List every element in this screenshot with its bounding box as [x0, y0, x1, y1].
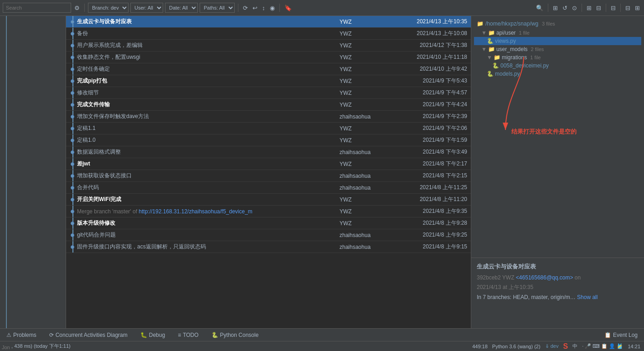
commit-dot	[71, 56, 74, 59]
bookmark-icon-btn[interactable]: 🔖	[283, 4, 293, 12]
search-input[interactable]	[3, 3, 71, 13]
search2-icon-btn[interactable]: 🔍	[535, 4, 545, 12]
settings-icon-btn[interactable]: ⚙	[73, 4, 81, 12]
user-selector[interactable]: User: All	[130, 3, 163, 13]
commit-date-cell: 2021/4/9 下午5:43	[385, 77, 467, 85]
commit-author-cell: YWZ	[340, 78, 385, 84]
table-row[interactable]: 增加文件保存时触发dave方法zhaihsaohua2021/4/9 下午2:3…	[66, 111, 471, 123]
table-row[interactable]: 增加获取设备状态接口zhaihsaohua2021/4/8 下午2:15	[66, 170, 471, 182]
event-log-icon: 📋	[604, 332, 611, 338]
py-icon-views: 🐍	[487, 38, 494, 44]
refresh-icon-btn[interactable]: ⟳	[242, 4, 249, 12]
table-row[interactable]: 数据返回格式调整zhaihsaohua2021/4/8 下午3:49	[66, 146, 471, 158]
table-row[interactable]: 固件升级接口内容实现，acs返回解析，只返回状态码zhaihsaohua2021…	[66, 241, 471, 253]
table-row[interactable]: 定稿1.0YWZ2021/4/9 下午1:59	[66, 134, 471, 146]
top-toolbar: ⚙ Branch: dev User: All Date: All Paths:…	[0, 0, 644, 16]
commit-dot	[71, 162, 74, 166]
undo-icon-btn[interactable]: ↺	[561, 4, 569, 12]
commit-msg-cell: 增加文件保存时触发dave方法	[77, 113, 340, 120]
table-row[interactable]: 版本升级待修改YWZ2021/4/8 上午9:28	[66, 217, 471, 229]
sort-icon-btn[interactable]: ↕	[261, 4, 267, 12]
grid-icon-btn[interactable]: ⊞	[585, 4, 593, 12]
commit-date-cell: 2021/4/8 上午9:25	[385, 231, 467, 239]
table-row[interactable]: 备份YWZ2021/4/13 上午10:08	[66, 28, 471, 40]
app-container: ⚙ Branch: dev User: All Date: All Paths:…	[0, 0, 644, 351]
table-row[interactable]: 修改细节YWZ2021/4/9 下午4:57	[66, 87, 471, 99]
tab-todo[interactable]: ≡ TODO	[174, 330, 202, 340]
commit-dot	[71, 150, 74, 154]
table-row[interactable]: 用户展示系统完成，差编辑YWZ2021/4/12 下午1:38	[66, 40, 471, 52]
commit-date-cell: 2021/4/9 下午1:59	[385, 136, 467, 144]
tab-event-log[interactable]: 📋 Event Log	[601, 330, 641, 340]
author-email-link[interactable]: <465165686@qq.com>	[516, 274, 573, 281]
commit-msg-cell: 完成pip打包	[77, 77, 340, 85]
commit-dot	[71, 79, 74, 83]
table-row[interactable]: 定时任务确定YWZ2021/4/10 上午9:42	[66, 63, 471, 75]
date-selector[interactable]: Date: All	[165, 3, 198, 13]
table-row[interactable]: 定稿1.1YWZ2021/4/9 下午2:06	[66, 123, 471, 134]
table-row[interactable]: 生成云卡与设备对应表YWZ2021/4/13 上午10:35	[66, 16, 471, 28]
commit-dot	[71, 233, 74, 237]
commit-msg-cell: 数据返回格式调整	[77, 148, 340, 156]
concurrent-icon: ⟳	[49, 332, 54, 338]
commit-date-cell: 2021/4/8 上午9:28	[385, 219, 467, 227]
table-row[interactable]: 差jwtYWZ2021/4/8 下午2:17	[66, 158, 471, 170]
root-count: 3 files	[542, 21, 555, 26]
status-icons: · 🎤 ⌨ 📋 👤 🎽	[582, 343, 623, 349]
tree-item-views-py[interactable]: 🐍 views.py	[474, 37, 641, 45]
table-row[interactable]: 收集静态文件，配置uwsgiYWZ2021/4/10 上午11:18	[66, 52, 471, 63]
commit-detail-title: 生成云卡与设备对应表	[477, 263, 639, 271]
commit-dot	[71, 67, 74, 71]
collapse-icon-btn[interactable]: ⊟	[624, 4, 632, 12]
expand-icon-btn[interactable]: ⊞	[551, 4, 559, 12]
commit-detail: 生成云卡与设备对应表 392bceb2 YWZ <465165686@qq.co…	[471, 258, 644, 328]
user-models-count: 2 files	[531, 46, 544, 52]
commit-msg-cell: 差jwt	[77, 160, 340, 168]
sep-7	[620, 4, 621, 12]
commit-date-cell: 2021/4/12 下午1:38	[385, 41, 467, 49]
commit-date-cell: 2021/4/13 上午10:35	[385, 18, 467, 26]
eye-icon-btn[interactable]: ◉	[268, 4, 276, 12]
commit-msg-cell: 完成文件传输	[77, 101, 340, 108]
commit-date-cell: 2021/4/8 上午11:25	[385, 184, 467, 191]
git-log-table: 生成云卡与设备对应表YWZ2021/4/13 上午10:35备份YWZ2021/…	[66, 16, 471, 328]
show-all-link[interactable]: Show all	[577, 294, 598, 300]
commit-author-cell: YWZ	[340, 31, 385, 37]
table-row[interactable]: 完成pip打包YWZ2021/4/9 下午5:43	[66, 75, 471, 87]
api-user-label: api/user	[496, 30, 516, 36]
hash-text: 392bceb2	[477, 274, 501, 281]
table-row[interactable]: 开启关闭WiFi完成YWZ2021/4/8 上午11:20	[66, 194, 471, 206]
tree-item-api-user[interactable]: ▼ 📁 api/user 1 file	[474, 29, 641, 37]
branch-selector[interactable]: Branch: dev	[88, 3, 129, 13]
chevron-down-icon-3: ▼	[487, 54, 492, 61]
tab-concurrent[interactable]: ⟳ Concurrent Activities Diagram	[46, 330, 131, 340]
commit-author-cell: YWZ	[340, 42, 385, 49]
right-panel: 📁 /home/hkxpz/snap/wg 3 files ▼ 📁 api/us…	[471, 16, 644, 328]
commit-author-cell: zhaihsaohua	[340, 232, 385, 238]
table-icon-btn[interactable]: ⊟	[609, 4, 617, 12]
table-row[interactable]: git代码合并问题zhaihsaohua2021/4/8 上午9:25	[66, 229, 471, 241]
problems-icon: ⚠	[6, 332, 11, 338]
table-row[interactable]: Merge branch 'master' of http://192.168.…	[66, 206, 471, 217]
event-log-label: Event Log	[613, 332, 638, 338]
commit-author-cell: YWZ	[340, 161, 385, 167]
history-icon-btn[interactable]: ⊙	[571, 4, 578, 12]
filter-icon-btn[interactable]: ⊟	[595, 4, 603, 12]
table-row[interactable]: 完成文件传输YWZ2021/4/9 下午4:24	[66, 99, 471, 111]
sep-4	[548, 4, 548, 12]
commit-date-cell: 2021/4/9 下午4:24	[385, 101, 467, 108]
commit-author-cell: YWZ	[340, 137, 385, 144]
table-row[interactable]: 合并代码zhaihsaohua2021/4/8 上午11:25	[66, 182, 471, 194]
commit-link[interactable]: http://192.168.31.12/zhaihsaohua/f5_devi…	[139, 208, 252, 215]
commit-author-cell: zhaihsaohua	[340, 149, 385, 155]
tab-debug[interactable]: 🐛 Debug	[137, 330, 169, 340]
debug-icon: 🐛	[140, 332, 147, 338]
commit-msg-cell: 开启关闭WiFi完成	[77, 196, 340, 203]
commit-detail-date: 2021/4/13 at 上午10:35	[477, 284, 639, 291]
back-icon-btn[interactable]: ↩	[251, 4, 259, 12]
paths-selector[interactable]: Paths: All	[200, 3, 235, 13]
commit-dot	[71, 174, 74, 178]
tab-python-console[interactable]: 🐍 Python Console	[208, 330, 263, 340]
expand2-icon-btn[interactable]: ⊞	[634, 4, 641, 12]
tab-problems[interactable]: ⚠ Problems	[3, 330, 40, 340]
